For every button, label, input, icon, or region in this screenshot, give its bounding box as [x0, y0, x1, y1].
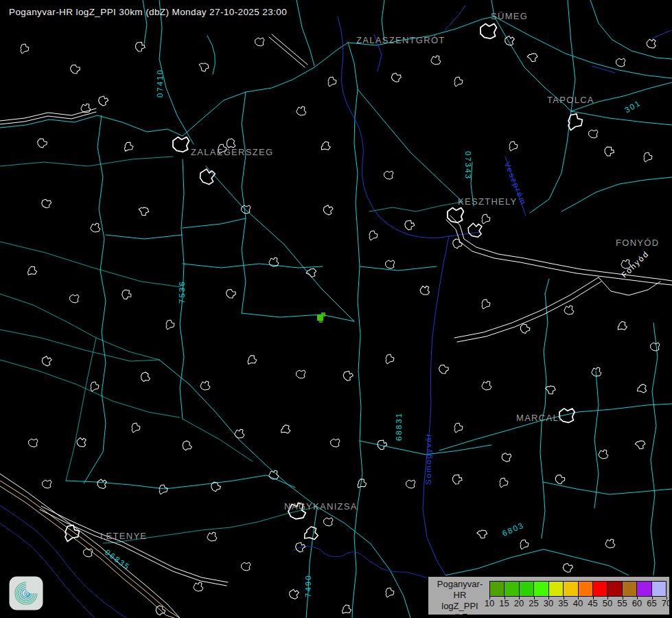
legend-color-cell	[490, 582, 504, 596]
city-label: ZALASZENTGRÓT	[356, 35, 445, 45]
legend-tick-value: 10	[485, 598, 494, 608]
road-label: 7536	[178, 280, 186, 304]
legend-color-cell	[505, 582, 518, 596]
legend-tick-value: 40	[573, 598, 583, 608]
legend-color-cell	[623, 582, 636, 596]
city-label: ZALAEGERSZEG	[191, 147, 273, 157]
legend-tick-value: 55	[617, 598, 627, 608]
radar-map-graphics	[0, 0, 672, 618]
legend-tick-value: 60	[632, 598, 642, 608]
city-label: LETENYE	[100, 531, 147, 541]
radar-viewport: ZALASZENTGRÓTSÜMEGTAPOLCAZALAEGERSZEGKES…	[0, 0, 672, 618]
legend-color-cell	[520, 582, 533, 596]
city-label: MARCALI	[516, 413, 562, 423]
legend-tick-value: 70	[662, 598, 671, 608]
legend-tick-value: 20	[514, 598, 524, 608]
teal-road-lines	[0, 157, 463, 543]
legend-color-cell	[534, 582, 548, 596]
legend-color-cell	[637, 582, 651, 596]
cyan-road-lines	[0, 0, 672, 618]
city-label: TAPOLCA	[547, 95, 594, 105]
city-label: FONYÓD	[616, 238, 659, 248]
city-label: NAGYKANIZSA	[284, 501, 358, 512]
road-label: Somogyvár	[424, 433, 432, 485]
precipitation-echo	[317, 312, 325, 323]
radar-title: Poganyvar-HR logZ_PPI 30km (dbZ) Monday …	[9, 7, 287, 17]
city-label: KESZTHELY	[458, 196, 518, 207]
legend-color-cell	[652, 582, 666, 596]
road-label: 7490	[304, 574, 312, 597]
legend-colorbar	[489, 581, 667, 597]
legend-tick-value: 15	[499, 598, 509, 608]
legend-tick-value: 45	[588, 598, 597, 608]
legend-title-block: Poganyvar-HR logZ_PPI dbZ	[431, 579, 489, 618]
legend-panel: Poganyvar-HR logZ_PPI dbZ 10152025303540…	[427, 575, 671, 616]
legend-tick-value: 35	[558, 598, 568, 608]
legend-tick-value: 25	[529, 598, 538, 608]
legend-tick-value: 65	[647, 598, 656, 608]
radar-app-logo	[9, 576, 43, 610]
legend-color-cell	[579, 582, 592, 596]
legend-color-cell	[564, 582, 577, 596]
legend-product-type: logZ_PPI	[431, 601, 489, 612]
legend-color-cell	[593, 582, 607, 596]
city-label: SÜMEG	[491, 11, 528, 21]
settlement-outlines	[21, 24, 660, 617]
legend-unit-label: dbZ	[431, 612, 489, 618]
legend-tick-value: 30	[544, 598, 553, 608]
road-label: 07410	[156, 69, 164, 98]
spiral-icon	[9, 576, 43, 610]
legend-color-cell	[549, 582, 563, 596]
legend-color-cell	[607, 582, 621, 596]
legend-product-name: Poganyvar-HR	[431, 579, 489, 601]
road-label: 07343	[464, 151, 472, 180]
legend-tick-value: 50	[603, 598, 612, 608]
road-label: 68831	[395, 412, 403, 441]
